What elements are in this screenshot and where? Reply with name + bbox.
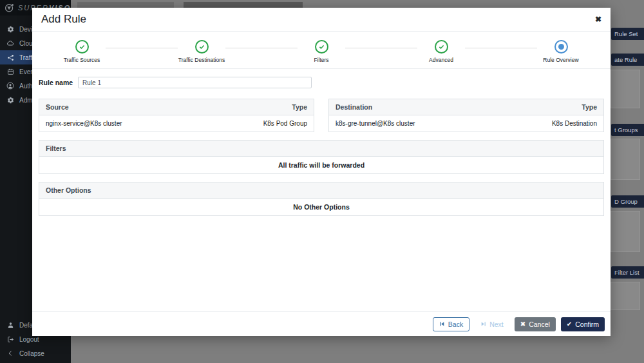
rule-name-label: Rule name [39,79,73,86]
gear-icon [6,26,14,33]
network-icon [6,54,14,61]
calendar-icon [6,68,14,75]
check-circle-icon [75,40,89,54]
cancel-button[interactable]: ✖ Cancel [515,317,556,331]
step-connector [345,48,417,48]
confirm-button-label: Confirm [575,320,599,328]
step-rule-overview[interactable]: Rule Overview [537,40,585,63]
step-filters[interactable]: Filters [298,40,345,63]
step-label: Rule Overview [543,57,578,63]
sidebar-item-label: Collapse [19,350,44,357]
group-button[interactable]: D Group [611,195,644,208]
filters-section: Filters All traffic will be forwarded [39,140,604,174]
filters-message: All traffic will be forwarded [39,157,603,173]
step-connector [465,48,537,48]
type-column-header: Type [582,103,597,111]
other-options-section: Other Options No Other Options [39,182,604,216]
modal-title: Add Rule [41,13,86,26]
other-options-message: No Other Options [39,199,603,215]
background-panel [611,139,640,180]
destination-table: Destination Type k8s-gre-tunnel@K8s clus… [328,99,604,132]
back-button-label: Back [448,320,463,328]
step-connector [106,48,178,48]
step-traffic-sources[interactable]: Traffic Sources [58,40,106,63]
groups-button[interactable]: t Groups [611,124,644,136]
step-label: Filters [314,57,328,63]
confirm-button[interactable]: ✔ Confirm [561,317,605,331]
next-button-label: Next [489,320,504,328]
create-rule-button[interactable]: ate Rule [611,54,644,66]
destination-type: K8s Destination [552,120,597,127]
type-column-header: Type [292,103,307,111]
filters-section-header: Filters [39,141,603,157]
table-row: k8s-gre-tunnel@K8s cluster K8s Destinati… [329,115,603,132]
check-circle-icon [435,40,448,54]
step-label: Traffic Destinations [178,57,225,63]
add-rule-modal: Add Rule ✖ Traffic Sources Traffic Desti… [32,8,611,336]
modal-header: Add Rule ✖ [32,8,611,32]
background-panel [611,211,640,252]
cancel-button-label: Cancel [529,320,550,328]
step-label: Traffic Sources [64,57,100,63]
step-connector [225,48,298,48]
step-advanced[interactable]: Advanced [417,40,465,63]
destination-table-header: Destination Type [329,99,603,115]
wizard-stepper: Traffic Sources Traffic Destinations Fil… [32,32,611,69]
next-button[interactable]: Next [475,317,509,331]
user-circle-icon [6,82,14,90]
rule-name-row: Rule name [32,69,611,88]
cloud-icon [6,39,14,47]
logout-icon [6,336,14,343]
gear-icon [6,97,14,104]
sidebar-item-collapse[interactable]: Collapse [0,346,71,360]
user-icon [6,322,14,329]
destination-name: k8s-gre-tunnel@K8s cluster [336,120,415,127]
create-filter-list-button[interactable]: Filter List [611,266,644,279]
rule-name-input[interactable] [78,77,312,88]
overview-tables: Source Type nginx-service@K8s cluster K8… [32,88,611,132]
source-table-header: Source Type [39,99,314,115]
step-backward-icon [439,321,445,327]
check-circle-icon [195,40,209,54]
close-icon[interactable]: ✖ [595,15,601,24]
background-panel [611,70,640,108]
modal-footer: Back Next ✖ Cancel ✔ Confirm [32,311,611,336]
source-name: nginx-service@K8s cluster [46,120,122,127]
destination-column-header: Destination [336,103,372,111]
sidebar-item-label: Logout [19,336,39,343]
source-column-header: Source [46,103,69,111]
background-panel [611,282,640,310]
active-step-icon [554,40,568,54]
source-table: Source Type nginx-service@K8s cluster K8… [39,99,314,132]
x-icon: ✖ [520,320,526,328]
other-options-header: Other Options [39,182,603,199]
back-button[interactable]: Back [433,317,469,331]
supervisor-logo-icon [5,3,14,13]
step-forward-icon [480,321,486,327]
step-traffic-destinations[interactable]: Traffic Destinations [178,40,225,63]
chevron-left-icon [6,350,14,357]
table-row: nginx-service@K8s cluster K8s Pod Group [39,115,314,132]
check-circle-icon [315,40,328,54]
source-type: K8s Pod Group [263,120,307,127]
step-label: Advanced [429,57,453,63]
check-icon: ✔ [567,320,572,328]
add-rule-set-button[interactable]: Rule Set [611,28,644,40]
